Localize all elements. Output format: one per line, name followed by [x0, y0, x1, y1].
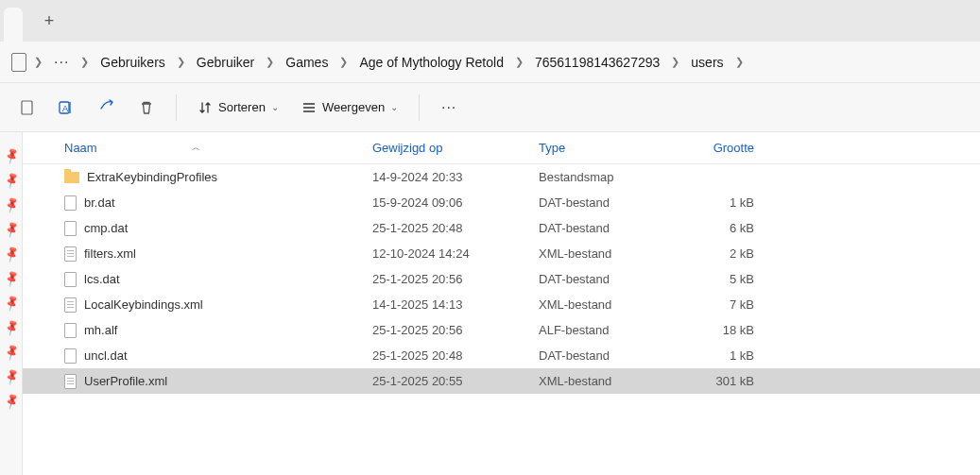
file-size: 5 kB [680, 272, 765, 286]
file-name-cell: LocalKeybindings.xml [64, 297, 372, 313]
more-button[interactable]: ··· [431, 90, 467, 126]
file-type: ALF-bestand [539, 323, 680, 337]
file-icon [64, 195, 77, 211]
chevron-right-icon[interactable]: ❯ [667, 56, 683, 68]
breadcrumb: ❯ ··· ❯ Gebruikers ❯ Gebruiker ❯ Games ❯… [0, 42, 980, 83]
column-name-label: Naam [64, 141, 97, 155]
location-icon[interactable] [11, 53, 26, 72]
file-name: lcs.dat [84, 272, 120, 286]
file-name-cell: cmp.dat [64, 221, 372, 236]
column-headers: Naam ︿ Gewijzigd op Type Grootte [23, 132, 980, 164]
column-size[interactable]: Grootte [680, 141, 765, 155]
breadcrumb-item[interactable]: Gebruiker [189, 51, 262, 74]
file-modified: 25-1-2025 20:48 [372, 221, 539, 235]
chevron-right-icon[interactable]: ❯ [30, 56, 46, 68]
file-row[interactable]: br.dat15-9-2024 09:06DAT-bestand1 kB [23, 190, 980, 215]
separator [419, 94, 420, 121]
breadcrumb-item[interactable]: users [683, 51, 731, 74]
tab-bar: + [0, 0, 980, 42]
file-name-cell: ExtraKeybindingProfiles [64, 170, 372, 184]
file-icon [64, 221, 77, 236]
rename-button[interactable]: A [49, 90, 85, 126]
chevron-right-icon[interactable]: ❯ [335, 56, 352, 68]
chevron-right-icon[interactable]: ❯ [511, 56, 527, 68]
content-area: 📌 📌 📌 📌 📌 📌 📌 📌 📌 📌 📌 Naam ︿ Gewijzigd o… [0, 132, 980, 475]
file-name: uncl.dat [84, 348, 128, 363]
file-name-cell: mh.alf [64, 323, 372, 338]
chevron-right-icon[interactable]: ❯ [173, 56, 189, 68]
file-modified: 25-1-2025 20:56 [372, 272, 539, 286]
new-button[interactable] [9, 90, 45, 126]
sort-button[interactable]: Sorteren ⌄ [188, 94, 288, 121]
file-row[interactable]: lcs.dat25-1-2025 20:56DAT-bestand5 kB [23, 266, 980, 292]
separator [176, 94, 177, 121]
file-xml-icon [64, 374, 77, 389]
breadcrumb-item[interactable]: 76561198143627293 [527, 51, 667, 74]
column-type[interactable]: Type [539, 141, 680, 155]
sort-icon [198, 100, 213, 115]
chevron-right-icon[interactable]: ❯ [77, 56, 93, 68]
share-button[interactable] [89, 90, 125, 126]
ellipsis-icon: ··· [441, 99, 456, 116]
file-type: Bestandsmap [539, 170, 680, 184]
file-type: DAT-bestand [539, 348, 680, 363]
file-name-cell: UserProfile.xml [64, 374, 372, 389]
view-button[interactable]: Weergeven ⌄ [292, 94, 407, 121]
file-modified: 15-9-2024 09:06 [372, 195, 539, 210]
breadcrumb-overflow[interactable]: ··· [46, 50, 77, 75]
file-modified: 25-1-2025 20:55 [372, 374, 539, 388]
file-xml-icon [64, 297, 77, 313]
file-name: mh.alf [84, 323, 117, 337]
delete-button[interactable] [129, 90, 164, 126]
sort-label: Sorteren [218, 100, 266, 114]
file-name: UserProfile.xml [84, 374, 167, 388]
column-modified[interactable]: Gewijzigd op [372, 141, 539, 155]
file-type: XML-bestand [539, 297, 680, 312]
file-row[interactable]: filters.xml12-10-2024 14:24XML-bestand2 … [23, 241, 980, 266]
file-row[interactable]: cmp.dat25-1-2025 20:48DAT-bestand6 kB [23, 215, 980, 241]
new-tab-button[interactable]: + [32, 4, 66, 38]
file-type: XML-bestand [539, 246, 680, 261]
file-size: 301 kB [680, 374, 765, 388]
file-modified: 12-10-2024 14:24 [372, 246, 539, 261]
file-row[interactable]: mh.alf25-1-2025 20:56ALF-bestand18 kB [23, 317, 980, 343]
chevron-down-icon: ⌄ [271, 102, 279, 112]
file-row[interactable]: UserProfile.xml25-1-2025 20:55XML-bestan… [23, 368, 980, 394]
toolbar: A Sorteren ⌄ Weergeven ⌄ ··· [0, 83, 980, 132]
chevron-right-icon[interactable]: ❯ [731, 56, 748, 68]
file-type: DAT-bestand [539, 195, 680, 210]
file-row[interactable]: uncl.dat25-1-2025 20:48DAT-bestand1 kB [23, 343, 980, 368]
file-name: br.dat [84, 195, 115, 210]
breadcrumb-item[interactable]: Gebruikers [93, 51, 172, 74]
file-modified: 14-9-2024 20:33 [372, 170, 539, 184]
file-type: XML-bestand [539, 374, 680, 388]
chevron-down-icon: ⌄ [390, 102, 398, 112]
file-name: ExtraKeybindingProfiles [87, 170, 217, 184]
file-size: 7 kB [680, 297, 765, 312]
svg-rect-0 [22, 101, 32, 114]
sort-arrow-icon: ︿ [192, 142, 200, 154]
file-name-cell: uncl.dat [64, 348, 372, 364]
chevron-right-icon[interactable]: ❯ [262, 56, 278, 68]
file-row[interactable]: ExtraKeybindingProfiles14-9-2024 20:33Be… [23, 164, 980, 190]
folder-icon [64, 172, 79, 183]
file-name: filters.xml [84, 246, 136, 261]
file-name-cell: br.dat [64, 195, 372, 211]
view-label: Weergeven [322, 100, 385, 114]
file-icon [64, 348, 77, 364]
active-tab[interactable] [4, 8, 23, 42]
file-name-cell: lcs.dat [64, 272, 372, 287]
breadcrumb-item[interactable]: Games [278, 51, 335, 74]
file-list: Naam ︿ Gewijzigd op Type Grootte ExtraKe… [23, 132, 980, 475]
file-icon [64, 323, 77, 338]
file-modified: 25-1-2025 20:48 [372, 348, 539, 363]
file-row[interactable]: LocalKeybindings.xml14-1-2025 14:13XML-b… [23, 292, 980, 317]
breadcrumb-item[interactable]: Age of Mythology Retold [352, 51, 511, 74]
file-xml-icon [64, 246, 77, 262]
file-icon [64, 272, 77, 287]
file-size: 6 kB [680, 221, 765, 235]
column-name[interactable]: Naam ︿ [64, 141, 372, 155]
nav-sidebar: 📌 📌 📌 📌 📌 📌 📌 📌 📌 📌 📌 [0, 132, 23, 475]
file-name: LocalKeybindings.xml [84, 297, 203, 312]
file-type: DAT-bestand [539, 272, 680, 286]
